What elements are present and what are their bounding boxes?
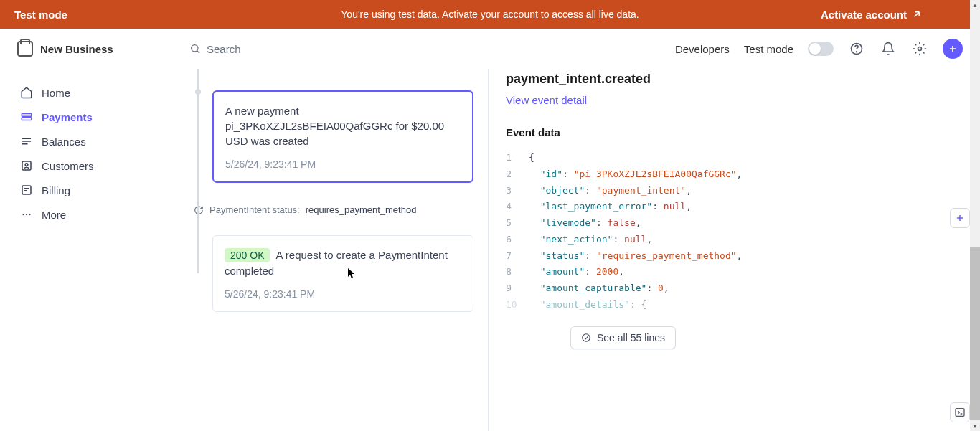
test-mode-label: Test mode bbox=[744, 43, 793, 55]
line-number: 1 bbox=[506, 150, 529, 166]
test-mode-banner: Test mode You're using test data. Activa… bbox=[0, 0, 980, 29]
line-number: 4 bbox=[506, 199, 529, 215]
business-name: New Business bbox=[40, 43, 113, 55]
line-number: 7 bbox=[506, 248, 529, 265]
sidebar-item-more[interactable]: More bbox=[14, 202, 179, 227]
sidebar-item-label: Customers bbox=[42, 160, 94, 172]
line-number: 3 bbox=[506, 183, 529, 199]
status-label: PaymentIntent status: bbox=[209, 204, 300, 215]
line-number: 10 bbox=[506, 297, 529, 313]
scroll-up-button[interactable]: ▲ bbox=[970, 0, 980, 10]
scroll-down-button[interactable]: ▼ bbox=[970, 421, 980, 431]
request-timestamp: 5/26/24, 9:23:41 PM bbox=[225, 288, 461, 300]
sidebar: Home Payments Balances Customers Billing… bbox=[0, 69, 179, 431]
floating-add-button[interactable] bbox=[950, 208, 970, 228]
sidebar-item-balances[interactable]: Balances bbox=[14, 129, 179, 153]
settings-icon[interactable] bbox=[911, 40, 928, 57]
notifications-icon[interactable] bbox=[880, 40, 897, 57]
search-icon bbox=[189, 43, 201, 55]
banner-center-text: You're using test data. Activate your ac… bbox=[341, 9, 639, 20]
svg-point-3 bbox=[918, 47, 922, 51]
search-input[interactable]: Search bbox=[189, 43, 661, 55]
banner-left-label: Test mode bbox=[14, 9, 67, 21]
sidebar-item-customers[interactable]: Customers bbox=[14, 153, 179, 178]
customers-icon bbox=[20, 159, 33, 172]
event-title: A new payment pi_3PKoXZJL2sBFEIA00QafGGR… bbox=[225, 103, 461, 148]
help-icon[interactable] bbox=[848, 40, 865, 57]
svg-point-7 bbox=[25, 164, 28, 166]
floating-terminal-button[interactable] bbox=[950, 402, 970, 422]
line-number: 8 bbox=[506, 264, 529, 280]
timeline-dot bbox=[195, 89, 201, 95]
content: A new payment pi_3PKoXZJL2sBFEIA00QafGGR… bbox=[179, 69, 980, 431]
svg-rect-4 bbox=[22, 114, 32, 117]
event-type-name: payment_intent.created bbox=[506, 72, 951, 87]
timeline-column: A new payment pi_3PKoXZJL2sBFEIA00QafGGR… bbox=[194, 69, 488, 431]
store-icon bbox=[17, 41, 33, 57]
see-all-lines-button[interactable]: See all 55 lines bbox=[570, 326, 676, 349]
developers-link[interactable]: Developers bbox=[675, 43, 730, 55]
see-all-label: See all 55 lines bbox=[597, 332, 665, 344]
search-placeholder: Search bbox=[207, 43, 241, 55]
event-timestamp: 5/26/24, 9:23:41 PM bbox=[225, 158, 461, 170]
business-selector[interactable]: New Business bbox=[17, 41, 175, 57]
line-number: 6 bbox=[506, 232, 529, 248]
svg-point-0 bbox=[192, 45, 198, 52]
plus-icon bbox=[948, 44, 958, 54]
line-number: 2 bbox=[506, 166, 529, 183]
svg-point-12 bbox=[583, 333, 590, 341]
sidebar-item-label: Balances bbox=[42, 136, 86, 148]
status-badge: 200 OK bbox=[225, 248, 270, 262]
test-mode-toggle[interactable] bbox=[808, 42, 834, 56]
home-icon bbox=[20, 86, 33, 99]
activate-account-label: Activate account bbox=[821, 9, 907, 21]
event-data-code: 1{ 2 "id": "pi_3PKoXZJL2sBFEIA00QafGGRc"… bbox=[506, 150, 951, 313]
status-value: requires_payment_method bbox=[306, 204, 417, 215]
sidebar-item-billing[interactable]: Billing bbox=[14, 178, 179, 202]
payment-intent-status-row: PaymentIntent status: requires_payment_m… bbox=[194, 204, 473, 215]
terminal-icon bbox=[954, 407, 966, 418]
sidebar-item-label: Payments bbox=[42, 111, 93, 123]
billing-icon bbox=[20, 184, 33, 196]
line-number: 9 bbox=[506, 280, 529, 297]
svg-point-10 bbox=[26, 214, 27, 215]
expand-icon bbox=[581, 333, 591, 343]
svg-point-9 bbox=[22, 214, 24, 215]
svg-rect-5 bbox=[22, 118, 32, 120]
view-event-detail-link[interactable]: View event detail bbox=[506, 94, 951, 106]
request-card[interactable]: 200 OKA request to create a PaymentInten… bbox=[212, 235, 473, 312]
vertical-scrollbar[interactable]: ▲ ▼ bbox=[970, 0, 980, 431]
scroll-thumb[interactable] bbox=[970, 247, 980, 420]
svg-point-2 bbox=[857, 52, 857, 52]
create-button[interactable] bbox=[943, 39, 963, 59]
topbar-right: Developers Test mode bbox=[675, 39, 963, 59]
timeline-line bbox=[197, 69, 199, 273]
event-data-heading: Event data bbox=[506, 126, 951, 138]
sidebar-item-label: Home bbox=[42, 87, 70, 99]
sidebar-item-label: Billing bbox=[42, 184, 70, 196]
sidebar-item-payments[interactable]: Payments bbox=[14, 105, 179, 129]
refresh-icon bbox=[194, 205, 204, 215]
request-title: 200 OKA request to create a PaymentInten… bbox=[225, 247, 461, 278]
sidebar-item-label: More bbox=[42, 209, 66, 221]
sidebar-item-home[interactable]: Home bbox=[14, 80, 179, 105]
balances-icon bbox=[20, 135, 33, 148]
activate-account-link[interactable]: Activate account bbox=[821, 9, 966, 21]
line-number: 5 bbox=[506, 215, 529, 232]
svg-point-11 bbox=[29, 214, 30, 215]
plus-icon bbox=[955, 213, 965, 223]
external-link-icon bbox=[911, 9, 923, 20]
topbar: New Business Search Developers Test mode bbox=[0, 29, 980, 69]
payments-icon bbox=[20, 110, 33, 123]
main-area: Home Payments Balances Customers Billing… bbox=[0, 69, 980, 431]
detail-column: payment_intent.created View event detail… bbox=[488, 69, 980, 431]
more-icon bbox=[20, 208, 33, 221]
event-card-payment-created[interactable]: A new payment pi_3PKoXZJL2sBFEIA00QafGGR… bbox=[212, 90, 473, 183]
